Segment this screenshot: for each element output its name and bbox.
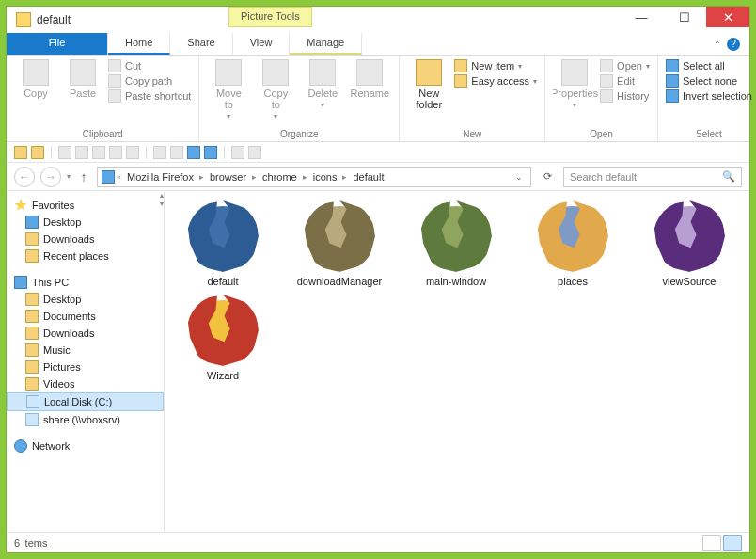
crumb[interactable]: chrome <box>259 171 301 183</box>
qat-select-all-icon[interactable] <box>187 146 200 159</box>
copy-button[interactable]: Copy <box>14 59 57 99</box>
paste-shortcut-icon <box>108 89 121 103</box>
paste-shortcut-button[interactable]: Paste shortcut <box>108 89 191 103</box>
delete-button[interactable]: Delete▾ <box>301 59 344 109</box>
tab-share[interactable]: Share <box>170 33 232 55</box>
qat-copy-icon[interactable] <box>75 146 88 159</box>
sidebar-item[interactable]: Videos <box>7 375 164 392</box>
file-item[interactable]: places <box>522 200 623 287</box>
context-tab-picture-tools[interactable]: Picture Tools <box>228 7 312 27</box>
chevron-down-icon: ▾ <box>646 62 650 71</box>
folder-icon <box>25 327 39 340</box>
open-button[interactable]: Open▾ <box>600 59 650 72</box>
qat-new-icon[interactable] <box>31 146 44 159</box>
crumb[interactable]: browser <box>206 171 250 183</box>
up-button[interactable]: ↑ <box>76 169 91 184</box>
new-folder-button[interactable]: New folder <box>407 59 450 110</box>
ribbon: Copy Paste Cut Copy path Paste shortcut … <box>7 56 749 142</box>
select-all-button[interactable]: Select all <box>666 59 752 72</box>
file-list[interactable]: default downloadManager main-window plac… <box>165 191 749 532</box>
crumb[interactable]: icons <box>309 171 341 183</box>
chevron-right-icon: ▸ <box>342 172 347 182</box>
sidebar-item[interactable]: Music <box>7 342 164 359</box>
sidebar-item[interactable]: share (\\vboxsrv) <box>7 411 164 428</box>
qat-options-icon[interactable] <box>248 146 261 159</box>
address-bar: ← → ▾ ↑ « Mozilla Firefox▸ browser▸ chro… <box>7 163 749 191</box>
qat-view-icon[interactable] <box>231 146 244 159</box>
history-dropdown-icon[interactable]: ▾ <box>67 172 71 181</box>
tab-file[interactable]: File <box>7 33 108 55</box>
splitter-handle[interactable]: ▴▾ <box>159 191 165 208</box>
sidebar-favorites[interactable]: Favorites <box>7 197 164 214</box>
qat-paste-icon[interactable] <box>92 146 105 159</box>
sidebar-item[interactable]: Desktop <box>7 214 164 231</box>
sidebar-item[interactable]: Downloads <box>7 325 164 342</box>
refresh-button[interactable]: ⟳ <box>537 167 558 187</box>
file-item[interactable]: default <box>172 200 274 287</box>
file-item[interactable]: viewSource <box>638 200 740 287</box>
explorer-window: default Picture Tools — ☐ ✕ File Home Sh… <box>6 6 750 553</box>
search-input[interactable]: Search default 🔍 <box>563 167 742 187</box>
sidebar-this-pc[interactable]: This PC <box>7 274 164 291</box>
edit-button[interactable]: Edit <box>600 74 650 88</box>
icons-view-button[interactable] <box>723 535 742 551</box>
sidebar-item[interactable]: Recent places <box>7 248 164 264</box>
breadcrumb-dropdown-icon[interactable]: ⌄ <box>515 172 527 182</box>
group-select: Select all Select none Invert selection … <box>658 56 756 141</box>
sidebar-item[interactable]: Pictures <box>7 359 164 375</box>
rename-button[interactable]: Rename <box>348 59 391 99</box>
folder-icon <box>25 377 39 391</box>
network-icon <box>14 439 27 453</box>
sidebar-network[interactable]: Network <box>7 438 164 455</box>
move-to-button[interactable]: Move to▾ <box>207 59 250 120</box>
copy-path-icon <box>108 74 121 88</box>
tab-manage[interactable]: Manage <box>290 33 362 55</box>
desktop-icon <box>25 216 39 229</box>
ribbon-collapse-icon[interactable]: ⌃ <box>714 40 721 49</box>
navigation-pane[interactable]: ▴▾ Favorites Desktop Downloads Recent pl… <box>7 191 165 532</box>
chevron-right-icon: ▸ <box>303 172 307 182</box>
qat-select-none-icon[interactable] <box>204 146 217 159</box>
folder-icon <box>25 343 39 357</box>
sidebar-item[interactable]: Desktop <box>7 291 164 308</box>
chevron-down-icon: ▾ <box>518 62 522 71</box>
invert-selection-button[interactable]: Invert selection <box>666 89 752 103</box>
file-item[interactable]: main-window <box>405 200 507 287</box>
crumb[interactable]: default <box>349 171 387 183</box>
properties-button[interactable]: Properties▾ <box>553 59 596 109</box>
new-item-icon <box>454 59 467 72</box>
sidebar-item[interactable]: Downloads <box>7 231 164 248</box>
copy-path-button[interactable]: Copy path <box>108 74 191 88</box>
folder-icon <box>25 293 39 306</box>
tab-view[interactable]: View <box>233 33 291 55</box>
history-button[interactable]: History <box>600 89 650 103</box>
qat-delete-icon[interactable] <box>126 146 139 159</box>
minimize-button[interactable]: — <box>620 7 663 27</box>
help-icon[interactable]: ? <box>727 38 740 51</box>
tab-home[interactable]: Home <box>108 33 170 55</box>
qat-new-folder-icon[interactable] <box>14 146 27 159</box>
new-item-button[interactable]: New item▾ <box>454 59 537 72</box>
back-button[interactable]: ← <box>14 167 35 187</box>
copy-to-button[interactable]: Copy to▾ <box>254 59 297 120</box>
paste-button[interactable]: Paste <box>61 59 104 99</box>
maximize-button[interactable]: ☐ <box>663 7 706 27</box>
file-item[interactable]: downloadManager <box>289 200 390 287</box>
breadcrumb[interactable]: « Mozilla Firefox▸ browser▸ chrome▸ icon… <box>97 167 531 187</box>
cut-button[interactable]: Cut <box>108 59 191 72</box>
group-label: Open <box>553 127 650 139</box>
file-item[interactable]: Wizard <box>172 295 274 381</box>
qat-rename-icon[interactable] <box>109 146 122 159</box>
details-view-button[interactable] <box>702 535 721 551</box>
forward-button[interactable]: → <box>40 167 61 187</box>
easy-access-button[interactable]: Easy access▾ <box>454 74 537 88</box>
qat-icon[interactable] <box>170 146 183 159</box>
sidebar-item-local-disk[interactable]: Local Disk (C:) <box>7 392 164 411</box>
crumb[interactable]: Mozilla Firefox <box>123 171 197 183</box>
sidebar-item[interactable]: Documents <box>7 308 164 325</box>
qat-icon[interactable] <box>153 146 166 159</box>
select-none-button[interactable]: Select none <box>666 74 752 88</box>
close-button[interactable]: ✕ <box>706 7 749 27</box>
chevron-down-icon: ▾ <box>274 112 277 120</box>
qat-cut-icon[interactable] <box>58 146 71 159</box>
